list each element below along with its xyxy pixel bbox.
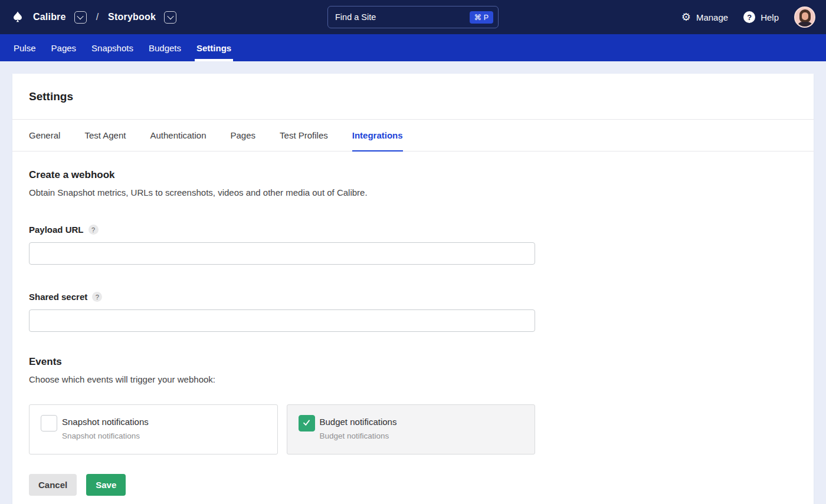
manage-label: Manage <box>696 12 728 22</box>
payload-url-help-icon[interactable]: ? <box>88 225 99 235</box>
event-options: Snapshot notifications Snapshot notifica… <box>29 404 535 454</box>
find-site-search[interactable]: Find a Site ⌘ P <box>327 6 499 28</box>
shared-secret-help-icon[interactable]: ? <box>92 292 102 302</box>
help-icon: ? <box>743 11 755 23</box>
page-title: Settings <box>29 90 73 103</box>
chevron-down-icon <box>77 13 83 19</box>
nav-item-budgets[interactable]: Budgets <box>141 34 189 61</box>
search-placeholder: Find a Site <box>335 12 470 22</box>
form-actions: Cancel Save <box>29 474 797 504</box>
tab-test-profiles[interactable]: Test Profiles <box>280 120 328 151</box>
site-name[interactable]: Storybook <box>108 12 156 22</box>
nav-item-pages[interactable]: Pages <box>44 34 84 61</box>
nav-item-snapshots[interactable]: Snapshots <box>84 34 141 61</box>
manage-button[interactable]: ⚙ Manage <box>681 12 728 22</box>
events-description: Choose which events will trigger your we… <box>29 374 797 384</box>
breadcrumb-separator: / <box>96 12 99 22</box>
organisation-switcher-button[interactable] <box>74 11 87 24</box>
save-button[interactable]: Save <box>86 474 126 496</box>
cancel-button[interactable]: Cancel <box>29 474 77 496</box>
snapshot-notifications-checkbox[interactable] <box>41 415 57 431</box>
chevron-down-icon <box>167 13 173 19</box>
help-label: Help <box>761 12 779 22</box>
organisation-name[interactable]: Calibre <box>33 12 66 22</box>
user-avatar[interactable] <box>794 6 815 28</box>
settings-tabs: General Test Agent Authentication Pages … <box>12 120 814 151</box>
settings-card: Settings General Test Agent Authenticati… <box>12 74 814 504</box>
settings-card-header: Settings <box>12 74 814 120</box>
tab-authentication[interactable]: Authentication <box>150 120 206 151</box>
shared-secret-input[interactable] <box>29 309 535 332</box>
gear-icon: ⚙ <box>681 12 691 22</box>
budget-notifications-checkbox[interactable] <box>299 415 315 431</box>
integrations-panel: Create a webhook Obtain Snapshot metrics… <box>12 151 814 504</box>
payload-url-input[interactable] <box>29 242 535 265</box>
events-heading: Events <box>29 356 797 368</box>
search-shortcut-badge: ⌘ P <box>470 11 493 24</box>
webhook-description: Obtain Snapshot metrics, URLs to screens… <box>29 187 797 197</box>
payload-url-label: Payload URL ? <box>29 225 797 235</box>
header-actions: ⚙ Manage ? Help <box>681 6 815 28</box>
nav-item-pulse[interactable]: Pulse <box>6 34 44 61</box>
nav-item-settings[interactable]: Settings <box>189 34 239 61</box>
brand-area: Calibre / Storybook <box>11 10 176 24</box>
tab-test-agent[interactable]: Test Agent <box>84 120 126 151</box>
shared-secret-label: Shared secret ? <box>29 292 797 302</box>
tab-general[interactable]: General <box>29 120 60 151</box>
option-title: Budget notifications <box>320 417 397 427</box>
snapshot-notifications-option[interactable]: Snapshot notifications Snapshot notifica… <box>29 404 278 454</box>
primary-nav: Pulse Pages Snapshots Budgets Settings <box>0 34 826 61</box>
site-switcher-button[interactable] <box>164 11 176 24</box>
option-subtitle: Snapshot notifications <box>62 431 149 440</box>
calibre-logo-icon[interactable] <box>11 10 25 24</box>
option-title: Snapshot notifications <box>62 417 149 427</box>
tab-integrations[interactable]: Integrations <box>352 120 403 151</box>
help-button[interactable]: ? Help <box>743 11 779 23</box>
top-header: Calibre / Storybook Find a Site ⌘ P ⚙ Ma… <box>0 0 826 34</box>
option-subtitle: Budget notifications <box>320 431 397 440</box>
checkmark-icon <box>302 418 311 429</box>
budget-notifications-option[interactable]: Budget notifications Budget notification… <box>287 404 536 454</box>
tab-pages[interactable]: Pages <box>231 120 256 151</box>
webhook-heading: Create a webhook <box>29 169 797 181</box>
